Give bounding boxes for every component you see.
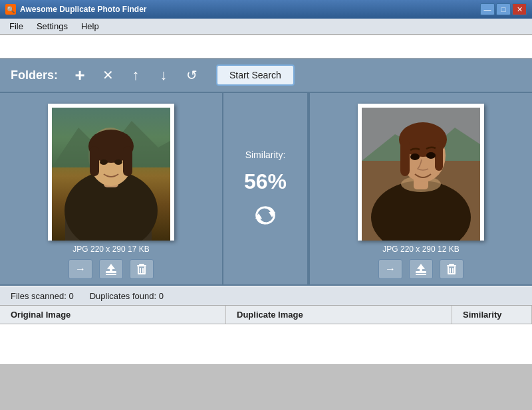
- menu-bar: File Settings Help: [0, 19, 532, 35]
- svg-marker-12: [107, 264, 115, 271]
- delete-icon-right: [445, 262, 458, 276]
- svg-rect-37: [449, 264, 454, 265]
- svg-rect-10: [106, 271, 116, 273]
- svg-rect-41: [448, 273, 456, 274]
- left-image-svg: [52, 108, 170, 241]
- right-upload-button[interactable]: [409, 259, 433, 279]
- svg-rect-13: [139, 264, 144, 265]
- window-controls: — □ ✕: [480, 3, 527, 15]
- left-photo-image: [52, 108, 170, 241]
- svg-rect-14: [137, 265, 146, 266]
- similarity-panel: Similarity: 56%: [222, 93, 309, 284]
- swap-icon: [253, 203, 277, 227]
- delete-icon: [135, 262, 148, 276]
- left-photo-canvas: [52, 108, 170, 241]
- minimize-button[interactable]: —: [480, 3, 495, 15]
- move-up-button[interactable]: ↑: [124, 64, 147, 86]
- col-duplicate-image: Duplicate Image: [226, 306, 452, 324]
- right-image-panel: JPG 220 x 290 12 KB →: [309, 93, 532, 284]
- add-folder-button[interactable]: +: [68, 64, 91, 86]
- right-image-svg: [362, 108, 480, 241]
- right-photo-canvas: [362, 108, 480, 241]
- move-down-button[interactable]: ↓: [152, 64, 175, 86]
- table-body: [0, 324, 532, 364]
- svg-point-9: [114, 159, 122, 165]
- svg-rect-7: [123, 146, 132, 176]
- left-image-panel: JPG 220 x 290 17 KB →: [0, 93, 222, 284]
- similarity-label: Similarity:: [245, 150, 286, 160]
- results-table: Original Image Duplicate Image Similarit…: [0, 306, 532, 364]
- svg-rect-6: [90, 146, 99, 176]
- left-photo-actions: →: [68, 259, 154, 279]
- menu-file[interactable]: File: [3, 20, 30, 33]
- svg-rect-39: [448, 266, 449, 274]
- status-bar: Files scanned: 0 Duplicates found: 0: [0, 286, 532, 306]
- window-title: Awesome Duplicate Photo Finder: [20, 5, 480, 14]
- svg-rect-43: [452, 268, 454, 273]
- reset-button[interactable]: ↺: [180, 64, 203, 86]
- close-button[interactable]: ✕: [512, 3, 527, 15]
- folders-label: Folders:: [11, 68, 58, 82]
- svg-rect-38: [447, 265, 456, 266]
- svg-rect-15: [138, 266, 139, 274]
- svg-rect-16: [144, 266, 146, 274]
- svg-rect-31: [435, 141, 443, 171]
- left-photo-info: JPG 220 x 290 17 KB: [72, 245, 149, 254]
- svg-point-33: [426, 152, 436, 159]
- start-search-button[interactable]: Start Search: [216, 64, 295, 86]
- table-header: Original Image Duplicate Image Similarit…: [0, 306, 532, 324]
- right-photo-actions: →: [378, 259, 464, 279]
- svg-rect-19: [142, 268, 144, 273]
- right-photo-info: JPG 220 x 290 12 KB: [382, 245, 459, 254]
- svg-rect-35: [416, 274, 426, 275]
- right-photo-image: [362, 108, 480, 241]
- comparison-area: JPG 220 x 290 17 KB →: [0, 93, 532, 286]
- app-icon: 🔍: [5, 4, 16, 15]
- right-arrow-button[interactable]: →: [378, 259, 402, 279]
- maximize-button[interactable]: □: [496, 3, 511, 15]
- left-photo-frame: [48, 104, 174, 241]
- svg-rect-40: [454, 266, 456, 274]
- address-bar: [0, 35, 532, 58]
- menu-settings[interactable]: Settings: [30, 20, 74, 33]
- left-upload-button[interactable]: [99, 259, 123, 279]
- svg-rect-17: [138, 273, 146, 274]
- svg-point-8: [100, 159, 108, 165]
- col-original-image: Original Image: [0, 306, 226, 324]
- right-photo-frame: [358, 104, 484, 241]
- svg-rect-30: [400, 140, 410, 176]
- files-scanned-status: Files scanned: 0: [11, 291, 74, 301]
- similarity-value: 56%: [244, 171, 287, 192]
- upload-icon: [104, 262, 118, 276]
- svg-point-32: [410, 154, 420, 160]
- left-arrow-button[interactable]: →: [68, 259, 92, 279]
- menu-help[interactable]: Help: [74, 20, 106, 33]
- col-similarity: Similarity: [452, 306, 532, 324]
- svg-rect-11: [106, 274, 116, 275]
- svg-rect-18: [140, 268, 141, 273]
- left-delete-button[interactable]: [130, 259, 154, 279]
- title-bar: 🔍 Awesome Duplicate Photo Finder — □ ✕: [0, 0, 532, 19]
- right-delete-button[interactable]: [440, 259, 464, 279]
- remove-folder-button[interactable]: ✕: [96, 64, 119, 86]
- duplicates-found-status: Duplicates found: 0: [90, 291, 164, 301]
- svg-marker-36: [417, 264, 425, 271]
- swap-button[interactable]: [253, 203, 278, 228]
- svg-rect-34: [416, 271, 426, 273]
- svg-rect-42: [450, 268, 451, 273]
- toolbar: Folders: + ✕ ↑ ↓ ↺ Start Search: [0, 58, 532, 93]
- upload-icon-right: [414, 262, 428, 276]
